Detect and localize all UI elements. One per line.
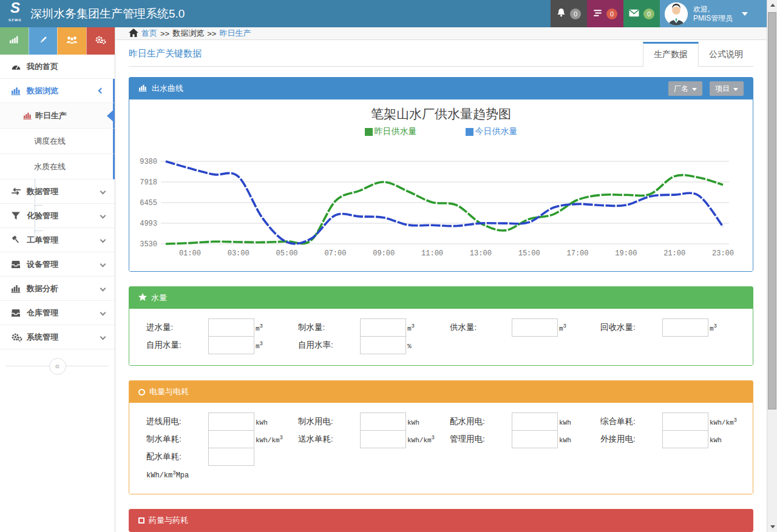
exchange-icon (11, 187, 27, 195)
field-label: 进线用电: (146, 416, 208, 427)
field-cell: 送水单耗:kWh/km3 (298, 430, 450, 448)
legend-swatch (466, 128, 473, 136)
y-axis-label: 4993 (140, 220, 157, 228)
field-cell: 制水量:m3 (298, 318, 450, 337)
y-axis-label: 6455 (140, 199, 157, 207)
gavel-icon (11, 235, 27, 244)
field-label: 自用水率: (298, 340, 360, 351)
quick-chart-button[interactable] (0, 27, 29, 55)
field-input[interactable] (512, 318, 558, 337)
water-volume-panel: 水量 进水量:m3制水量:m3供水量:m3回收水量:m3 自用水量:m3自用水率… (129, 286, 753, 366)
mail-button[interactable]: 0 (623, 0, 660, 27)
field-input[interactable] (360, 430, 406, 448)
breadcrumb-separator: >> (207, 29, 216, 38)
field-cell: 制水用电:kWh (298, 412, 450, 431)
field-unit: m3 (256, 323, 263, 332)
x-axis-label: 21:00 (663, 249, 685, 258)
bell-count-badge: 0 (570, 8, 581, 19)
legend-item-today: 今日供水量 (466, 126, 518, 137)
series-line-昨日供水量 (166, 175, 723, 244)
field-label: 送水单耗: (298, 434, 360, 445)
field-input[interactable] (208, 412, 254, 431)
power-fields-row-3: 配水单耗: (146, 448, 753, 466)
square-icon (138, 517, 144, 524)
power-fields-row-2: 制水单耗:kWh/km3送水单耗:kWh/km3管理用电:kWh外接用电:kWh (146, 430, 753, 448)
sidebar-item-data-analysis[interactable]: 数据分析 (0, 277, 115, 301)
field-input[interactable] (512, 430, 558, 448)
sidebar-item-workorder-management[interactable]: 工单管理 (0, 228, 115, 252)
x-axis-label: 05:00 (276, 249, 298, 258)
sidebar-item-my-home[interactable]: 我的首页 (0, 55, 115, 79)
factory-name-dropdown[interactable]: 厂名 (668, 81, 702, 96)
content-inner: 昨日生产关键数据 生产数据 公式说明 出水曲线 厂名 项目 (115, 40, 767, 532)
field-unit: kWh (559, 417, 571, 426)
chart-panel-buttons: 厂名 项目 (668, 81, 744, 96)
sidebar-item-data-management[interactable]: 数据管理 (0, 180, 115, 204)
welcome-line1: 欢迎, (693, 5, 710, 13)
sidebar-collapse-button[interactable]: « (49, 358, 66, 375)
field-input[interactable] (662, 318, 708, 337)
field-label: 制水量: (298, 322, 360, 333)
sidebar-item-water-quality-online[interactable]: 水质在线 (0, 154, 115, 180)
star-icon (138, 293, 147, 303)
project-dropdown[interactable]: 项目 (710, 81, 744, 96)
quick-edit-button[interactable] (29, 27, 58, 55)
vertical-scrollbar[interactable] (767, 0, 777, 532)
user-menu[interactable]: 欢迎, PMIS管理员 (660, 0, 767, 27)
sidebar-item-label: 数据管理 (27, 186, 58, 197)
breadcrumb-current: 昨日生产 (219, 28, 251, 39)
scrollbar-down-arrow[interactable] (767, 522, 777, 532)
tasks-button[interactable]: 0 (587, 0, 623, 27)
sidebar-item-label: 水质在线 (34, 161, 66, 172)
field-input[interactable] (360, 318, 406, 337)
field-input[interactable] (208, 318, 254, 337)
field-cell: 配水用电:kWh (450, 412, 600, 431)
outflow-curve-panel-header: 出水曲线 厂名 项目 (129, 78, 753, 99)
field-input[interactable] (208, 430, 254, 448)
gear-icon (95, 35, 106, 47)
sidebar-item-label: 我的首页 (27, 61, 58, 72)
field-cell: 进水量:m3 (146, 318, 298, 337)
quick-settings-button[interactable] (86, 27, 115, 55)
field-cell: 回收水量:m3 (600, 318, 753, 337)
field-unit: m3 (559, 323, 566, 332)
x-axis-label: 11:00 (421, 249, 443, 258)
breadcrumb-home[interactable]: 首页 (141, 28, 157, 39)
sidebar-item-lab-management[interactable]: 化验管理 (0, 204, 115, 228)
x-axis-label: 03:00 (228, 249, 249, 258)
field-input[interactable] (208, 448, 254, 466)
chemical-consumption-panel-header: 药量与药耗 (129, 510, 753, 531)
sidebar-collapse-row: « (0, 358, 115, 375)
field-input[interactable] (662, 430, 708, 448)
quick-users-button[interactable] (57, 27, 86, 55)
notifications-button[interactable]: 0 (551, 0, 587, 27)
tab-production-data[interactable]: 生产数据 (643, 42, 699, 67)
sidebar-item-dispatch-online[interactable]: 调度在线 (0, 129, 115, 154)
outflow-curve-panel: 出水曲线 厂名 项目 笔架山水厂供水量趋势图 昨日供水量 今日供水量 35304… (129, 77, 753, 272)
field-label: 供水量: (450, 322, 512, 333)
scrollbar-up-arrow[interactable] (767, 0, 777, 10)
field-unit: m3 (710, 323, 717, 332)
circle-icon (138, 389, 145, 396)
chart-legend: 昨日供水量 今日供水量 (129, 126, 753, 137)
field-input[interactable] (208, 336, 254, 354)
sidebar-item-data-browse[interactable]: 数据浏览 (0, 79, 115, 103)
scrollbar-thumb[interactable] (768, 12, 776, 409)
field-input[interactable] (662, 412, 708, 431)
field-input[interactable] (512, 412, 558, 431)
avatar (665, 2, 688, 25)
sidebar-item-label: 数据分析 (27, 283, 58, 294)
tab-formula-description[interactable]: 公式说明 (699, 42, 753, 67)
sidebar-item-label: 系统管理 (27, 332, 58, 343)
sidebar-item-warehouse-management[interactable]: 仓库管理 (0, 301, 115, 325)
x-axis-label: 17:00 (567, 249, 589, 258)
sidebar-item-yesterday-production[interactable]: 昨日生产 (0, 103, 115, 129)
bar-chart-icon (11, 86, 27, 95)
field-input[interactable] (360, 412, 406, 431)
chevron-down-icon (692, 88, 697, 91)
sidebar-item-equipment-management[interactable]: 设备管理 (0, 252, 115, 277)
sidebar-item-system-management[interactable]: 系统管理 (0, 325, 115, 349)
field-label: 管理用电: (450, 434, 512, 445)
field-input[interactable] (360, 336, 406, 354)
field-label: 配水单耗: (146, 451, 208, 462)
